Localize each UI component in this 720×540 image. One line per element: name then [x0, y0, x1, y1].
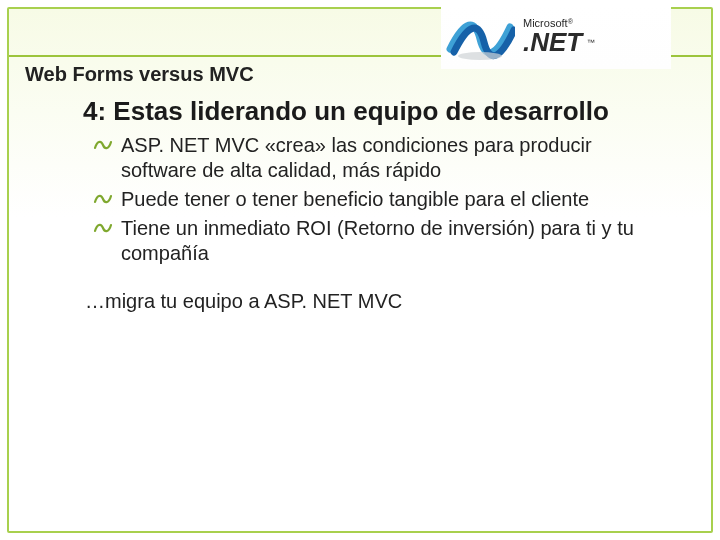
dotnet-logo: Microsoft ® .NET ™	[441, 5, 671, 69]
logo-text: Microsoft ® .NET ™	[523, 18, 595, 57]
slide-title: 4: Estas liderando un equipo de desarrol…	[83, 97, 671, 127]
conclusion-text: …migra tu equipo a ASP. NET MVC	[85, 290, 671, 313]
bullet-text: ASP. NET MVC «crea» las condiciones para…	[121, 134, 592, 181]
logo-tm: ™	[587, 38, 595, 47]
content-area: 4: Estas liderando un equipo de desarrol…	[83, 97, 671, 313]
bullet-list: ASP. NET MVC «crea» las condiciones para…	[93, 133, 671, 266]
logo-reg: ®	[568, 18, 573, 25]
bullet-text: Tiene un inmediato ROI (Retorno de inver…	[121, 217, 634, 264]
scribble-bullet-icon	[93, 190, 113, 208]
list-item: Tiene un inmediato ROI (Retorno de inver…	[93, 216, 671, 266]
list-item: Puede tener o tener beneficio tangible p…	[93, 187, 671, 212]
header-title: Web Forms versus MVC	[25, 63, 254, 86]
scribble-bullet-icon	[93, 219, 113, 237]
list-item: ASP. NET MVC «crea» las condiciones para…	[93, 133, 671, 183]
logo-product: .NET	[523, 27, 582, 57]
svg-point-0	[458, 52, 502, 60]
slide-frame: Web Forms versus MVC Microsoft ® .NET ™ …	[7, 7, 713, 533]
dotnet-wave-icon	[445, 9, 515, 65]
bullet-text: Puede tener o tener beneficio tangible p…	[121, 188, 589, 210]
scribble-bullet-icon	[93, 136, 113, 154]
